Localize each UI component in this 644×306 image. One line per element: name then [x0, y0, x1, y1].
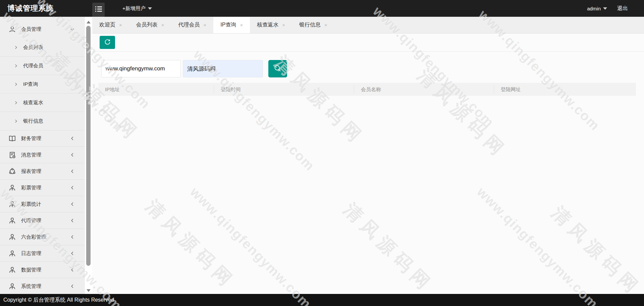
close-icon[interactable]: × — [119, 22, 122, 27]
scrollbar-thumb[interactable] — [86, 26, 91, 266]
chevron-left-icon — [70, 202, 75, 207]
sidebar-item-report-management[interactable]: 报表管理 — [0, 163, 85, 180]
footer-bar: Copyright © 后台管理系统 All Rights Reserved — [0, 294, 644, 306]
add-user-button[interactable]: +新增用户 — [122, 0, 152, 17]
sidebar-item-lottery-management[interactable]: 彩票管理 — [0, 180, 85, 196]
main-content: 欢迎页 × 会员列表 × 代理会员 × IP查询 × 核查返水 × 银行信息 × — [92, 17, 644, 294]
toolbar — [92, 34, 644, 52]
book-icon — [9, 135, 16, 142]
chevron-down-icon — [603, 7, 607, 10]
refresh-button[interactable] — [100, 36, 115, 49]
sidebar-item-finance-management[interactable]: 财务管理 — [0, 130, 85, 147]
sidebar-subitem-label: 核查返水 — [23, 100, 43, 106]
sidebar-item-label: 系统管理 — [21, 283, 41, 290]
search-button[interactable] — [268, 60, 287, 77]
table-header-row: IP地址 登陆时间 会员名称 登陆网址 — [98, 83, 636, 96]
sidebar-item-label: 彩票统计 — [21, 201, 41, 207]
chevron-left-icon — [70, 169, 75, 174]
chevron-left-icon — [70, 185, 75, 190]
tab-label: 会员列表 — [136, 21, 158, 28]
chevron-left-icon — [70, 152, 75, 158]
sidebar-subitem-label: 会员列表 — [23, 44, 43, 51]
refresh-icon — [104, 39, 111, 47]
user-icon — [9, 26, 16, 33]
sidebar-item-label: 会员管理 — [21, 26, 41, 33]
sidebar-item-rebate-check[interactable]: 核查返水 — [0, 94, 85, 112]
column-header-member-name: 会员名称 — [354, 85, 494, 94]
chevron-right-icon — [14, 119, 18, 123]
chevron-right-icon — [14, 101, 18, 105]
scroll-down-arrow-icon[interactable] — [87, 289, 91, 292]
sidebar-toggle-button[interactable] — [92, 3, 105, 17]
sidebar-item-ip-query[interactable]: IP查询 — [0, 75, 85, 94]
keyword-input[interactable] — [183, 60, 263, 77]
column-header-login-time: 登陆时间 — [214, 85, 354, 94]
sidebar-item-log-management[interactable]: 日志管理 — [0, 245, 85, 262]
chevron-left-icon — [70, 284, 75, 289]
sidebar-item-message-management[interactable]: 消息管理 — [0, 147, 85, 163]
tab-welcome[interactable]: 欢迎页 × — [92, 17, 129, 33]
avatar-icon — [9, 283, 16, 290]
tab-agent-members[interactable]: 代理会员 × — [171, 17, 214, 33]
chevron-right-icon — [14, 45, 18, 50]
sidebar-subitem-label: IP查询 — [23, 81, 38, 87]
sidebar-item-label: 财务管理 — [21, 135, 41, 142]
tab-bar: 欢迎页 × 会员列表 × 代理会员 × IP查询 × 核查返水 × 银行信息 × — [92, 17, 644, 34]
avatar-icon — [9, 250, 16, 257]
close-icon[interactable]: × — [204, 22, 207, 27]
sidebar-subitem-label: 银行信息 — [23, 118, 43, 124]
sidebar-item-member-management[interactable]: 会员管理 — [0, 17, 85, 38]
scroll-up-arrow-icon[interactable] — [87, 21, 91, 23]
share-icon — [9, 168, 16, 175]
avatar-icon — [9, 184, 16, 191]
results-table: IP地址 登陆时间 会员名称 登陆网址 — [98, 83, 636, 284]
logout-button[interactable]: 退出 — [617, 5, 628, 12]
tab-bank-info[interactable]: 银行信息 × — [292, 17, 334, 33]
table-body-empty — [98, 96, 636, 284]
chevron-down-icon — [148, 7, 152, 10]
search-form — [101, 60, 644, 77]
chevron-left-icon — [70, 267, 75, 272]
tab-label: IP查询 — [220, 21, 236, 28]
top-header: 博诚管理系统 +新增用户 admin 退出 — [0, 0, 644, 17]
sidebar-item-label: 彩票管理 — [21, 185, 41, 191]
sidebar-item-bank-info[interactable]: 银行信息 — [0, 112, 85, 130]
tab-ip-query[interactable]: IP查询 × — [213, 17, 250, 33]
header-right: admin 退出 — [587, 0, 628, 17]
avatar-icon — [9, 201, 16, 208]
app-title: 博诚管理系统 — [7, 0, 54, 17]
tab-label: 代理会员 — [178, 21, 200, 28]
column-header-login-url: 登陆网址 — [494, 85, 636, 94]
chevron-left-icon — [70, 218, 75, 223]
close-icon[interactable]: × — [240, 22, 243, 27]
sidebar-nav: 会员管理 会员列表 代理会员 IP查询 核查返水 银行信息 — [0, 17, 85, 294]
tab-rebate-check[interactable]: 核查返水 × — [250, 17, 292, 33]
user-menu-button[interactable]: admin — [587, 6, 607, 11]
close-icon[interactable]: × — [161, 22, 164, 27]
add-user-label: +新增用户 — [122, 5, 146, 12]
tab-label: 欢迎页 — [99, 21, 115, 28]
chevron-left-icon — [70, 251, 75, 256]
chevron-right-icon — [14, 64, 18, 68]
tab-member-list[interactable]: 会员列表 × — [129, 17, 171, 33]
close-icon[interactable]: × — [324, 22, 327, 27]
sidebar-item-data-management[interactable]: 数据管理 — [0, 262, 85, 278]
sidebar-item-agent-members[interactable]: 代理会员 — [0, 57, 85, 75]
sidebar-item-label: 数据管理 — [21, 267, 41, 273]
close-icon[interactable]: × — [282, 22, 285, 27]
sidebar-item-lottery-statistics[interactable]: 彩票统计 — [0, 196, 85, 212]
sidebar-item-label: 代理管理 — [21, 218, 41, 224]
sidebar-item-system-management[interactable]: 系统管理 — [0, 278, 85, 294]
sidebar-item-agent-management[interactable]: 代理管理 — [0, 212, 85, 229]
sidebar-item-label: 六合彩管理 — [21, 234, 46, 240]
domain-input[interactable] — [101, 60, 181, 77]
chevron-left-icon — [70, 136, 75, 141]
sidebar-item-member-list[interactable]: 会员列表 — [0, 38, 85, 57]
column-header-ip: IP地址 — [98, 85, 214, 94]
sidebar-scrollbar[interactable] — [85, 17, 92, 294]
sidebar-subitem-label: 代理会员 — [23, 63, 43, 69]
copyright-text: Copyright © 后台管理系统 All Rights Reserved — [3, 297, 114, 304]
sidebar-item-mark-six-management[interactable]: 六合彩管理 — [0, 229, 85, 245]
avatar-icon — [9, 234, 16, 241]
sidebar-item-label: 日志管理 — [21, 250, 41, 257]
